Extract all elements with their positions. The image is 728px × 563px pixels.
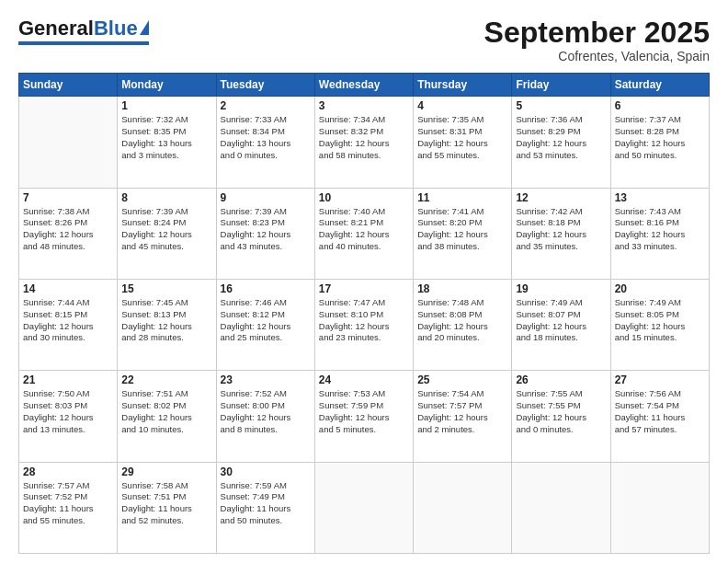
logo-general: General xyxy=(18,17,94,40)
cell-info-text: Sunrise: 7:37 AM Sunset: 8:28 PM Dayligh… xyxy=(615,114,705,161)
calendar-cell: 6Sunrise: 7:37 AM Sunset: 8:28 PM Daylig… xyxy=(610,97,709,188)
weekday-header-wednesday: Wednesday xyxy=(314,74,413,97)
cell-info-text: Sunrise: 7:38 AM Sunset: 8:26 PM Dayligh… xyxy=(23,206,113,253)
calendar-cell: 25Sunrise: 7:54 AM Sunset: 7:57 PM Dayli… xyxy=(414,371,512,462)
calendar-cell: 3Sunrise: 7:34 AM Sunset: 8:32 PM Daylig… xyxy=(314,97,413,188)
calendar-cell: 16Sunrise: 7:46 AM Sunset: 8:12 PM Dayli… xyxy=(216,279,314,370)
calendar-cell: 24Sunrise: 7:53 AM Sunset: 7:59 PM Dayli… xyxy=(314,371,413,462)
calendar-cell xyxy=(610,462,709,553)
calendar-cell: 18Sunrise: 7:48 AM Sunset: 8:08 PM Dayli… xyxy=(414,279,512,370)
cell-date-number: 13 xyxy=(615,191,705,204)
cell-date-number: 2 xyxy=(221,99,311,112)
cell-date-number: 27 xyxy=(615,373,705,386)
calendar-subtitle: Cofrentes, Valencia, Spain xyxy=(484,49,710,63)
cell-info-text: Sunrise: 7:55 AM Sunset: 7:55 PM Dayligh… xyxy=(516,388,606,435)
calendar-week-row: 28Sunrise: 7:57 AM Sunset: 7:52 PM Dayli… xyxy=(19,462,710,553)
cell-info-text: Sunrise: 7:33 AM Sunset: 8:34 PM Dayligh… xyxy=(221,114,311,161)
weekday-header-saturday: Saturday xyxy=(610,74,709,97)
cell-info-text: Sunrise: 7:56 AM Sunset: 7:54 PM Dayligh… xyxy=(615,388,705,435)
cell-date-number: 14 xyxy=(23,282,113,295)
cell-info-text: Sunrise: 7:48 AM Sunset: 8:08 PM Dayligh… xyxy=(417,297,507,344)
calendar-cell: 2Sunrise: 7:33 AM Sunset: 8:34 PM Daylig… xyxy=(216,97,314,188)
cell-info-text: Sunrise: 7:54 AM Sunset: 7:57 PM Dayligh… xyxy=(417,388,507,435)
cell-info-text: Sunrise: 7:42 AM Sunset: 8:18 PM Dayligh… xyxy=(516,206,606,253)
calendar-cell: 30Sunrise: 7:59 AM Sunset: 7:49 PM Dayli… xyxy=(216,462,314,553)
cell-date-number: 9 xyxy=(221,191,311,204)
calendar-cell: 13Sunrise: 7:43 AM Sunset: 8:16 PM Dayli… xyxy=(610,188,709,279)
cell-date-number: 28 xyxy=(23,465,113,478)
cell-date-number: 26 xyxy=(516,373,606,386)
cell-date-number: 6 xyxy=(615,99,705,112)
calendar-cell: 29Sunrise: 7:58 AM Sunset: 7:51 PM Dayli… xyxy=(118,462,216,553)
calendar-cell: 22Sunrise: 7:51 AM Sunset: 8:02 PM Dayli… xyxy=(118,371,216,462)
calendar-cell: 23Sunrise: 7:52 AM Sunset: 8:00 PM Dayli… xyxy=(216,371,314,462)
header: GeneralBlue September 2025 Cofrentes, Va… xyxy=(18,17,710,63)
calendar-cell: 15Sunrise: 7:45 AM Sunset: 8:13 PM Dayli… xyxy=(118,279,216,370)
calendar-cell: 19Sunrise: 7:49 AM Sunset: 8:07 PM Dayli… xyxy=(512,279,610,370)
calendar-week-row: 7Sunrise: 7:38 AM Sunset: 8:26 PM Daylig… xyxy=(19,188,710,279)
cell-date-number: 18 xyxy=(417,282,507,295)
cell-info-text: Sunrise: 7:41 AM Sunset: 8:20 PM Dayligh… xyxy=(417,206,507,253)
cell-date-number: 29 xyxy=(121,465,211,478)
weekday-header-monday: Monday xyxy=(118,74,216,97)
cell-info-text: Sunrise: 7:46 AM Sunset: 8:12 PM Dayligh… xyxy=(221,297,311,344)
calendar-cell: 14Sunrise: 7:44 AM Sunset: 8:15 PM Dayli… xyxy=(19,279,118,370)
cell-info-text: Sunrise: 7:39 AM Sunset: 8:23 PM Dayligh… xyxy=(221,206,311,253)
cell-info-text: Sunrise: 7:44 AM Sunset: 8:15 PM Dayligh… xyxy=(23,297,113,344)
calendar-week-row: 14Sunrise: 7:44 AM Sunset: 8:15 PM Dayli… xyxy=(19,279,710,370)
cell-info-text: Sunrise: 7:49 AM Sunset: 8:05 PM Dayligh… xyxy=(615,297,705,344)
cell-date-number: 12 xyxy=(516,191,606,204)
cell-date-number: 1 xyxy=(121,99,211,112)
cell-info-text: Sunrise: 7:43 AM Sunset: 8:16 PM Dayligh… xyxy=(615,206,705,253)
calendar-cell: 27Sunrise: 7:56 AM Sunset: 7:54 PM Dayli… xyxy=(610,371,709,462)
cell-info-text: Sunrise: 7:34 AM Sunset: 8:32 PM Dayligh… xyxy=(319,114,409,161)
title-block: September 2025 Cofrentes, Valencia, Spai… xyxy=(484,17,710,63)
cell-date-number: 17 xyxy=(319,282,409,295)
cell-info-text: Sunrise: 7:39 AM Sunset: 8:24 PM Dayligh… xyxy=(121,206,211,253)
cell-date-number: 19 xyxy=(516,282,606,295)
calendar-title: September 2025 xyxy=(484,17,710,49)
cell-date-number: 23 xyxy=(221,373,311,386)
cell-info-text: Sunrise: 7:36 AM Sunset: 8:29 PM Dayligh… xyxy=(516,114,606,161)
calendar-cell: 10Sunrise: 7:40 AM Sunset: 8:21 PM Dayli… xyxy=(314,188,413,279)
cell-info-text: Sunrise: 7:35 AM Sunset: 8:31 PM Dayligh… xyxy=(417,114,507,161)
logo-triangle-icon xyxy=(140,20,149,35)
cell-date-number: 16 xyxy=(221,282,311,295)
cell-date-number: 25 xyxy=(417,373,507,386)
cell-info-text: Sunrise: 7:32 AM Sunset: 8:35 PM Dayligh… xyxy=(121,114,211,161)
calendar-cell: 7Sunrise: 7:38 AM Sunset: 8:26 PM Daylig… xyxy=(19,188,118,279)
cell-info-text: Sunrise: 7:59 AM Sunset: 7:49 PM Dayligh… xyxy=(221,480,311,527)
cell-date-number: 24 xyxy=(319,373,409,386)
calendar-cell: 4Sunrise: 7:35 AM Sunset: 8:31 PM Daylig… xyxy=(414,97,512,188)
calendar-cell: 17Sunrise: 7:47 AM Sunset: 8:10 PM Dayli… xyxy=(314,279,413,370)
calendar-cell: 26Sunrise: 7:55 AM Sunset: 7:55 PM Dayli… xyxy=(512,371,610,462)
cell-info-text: Sunrise: 7:40 AM Sunset: 8:21 PM Dayligh… xyxy=(319,206,409,253)
cell-info-text: Sunrise: 7:47 AM Sunset: 8:10 PM Dayligh… xyxy=(319,297,409,344)
calendar-cell: 5Sunrise: 7:36 AM Sunset: 8:29 PM Daylig… xyxy=(512,97,610,188)
cell-date-number: 21 xyxy=(23,373,113,386)
cell-date-number: 3 xyxy=(319,99,409,112)
cell-date-number: 30 xyxy=(221,465,311,478)
calendar-cell: 21Sunrise: 7:50 AM Sunset: 8:03 PM Dayli… xyxy=(19,371,118,462)
calendar-cell: 20Sunrise: 7:49 AM Sunset: 8:05 PM Dayli… xyxy=(610,279,709,370)
calendar-week-row: 1Sunrise: 7:32 AM Sunset: 8:35 PM Daylig… xyxy=(19,97,710,188)
calendar-cell: 9Sunrise: 7:39 AM Sunset: 8:23 PM Daylig… xyxy=(216,188,314,279)
calendar-week-row: 21Sunrise: 7:50 AM Sunset: 8:03 PM Dayli… xyxy=(19,371,710,462)
cell-info-text: Sunrise: 7:52 AM Sunset: 8:00 PM Dayligh… xyxy=(221,388,311,435)
calendar-cell: 28Sunrise: 7:57 AM Sunset: 7:52 PM Dayli… xyxy=(19,462,118,553)
logo-text: GeneralBlue xyxy=(18,17,138,40)
cell-date-number: 10 xyxy=(319,191,409,204)
weekday-header-sunday: Sunday xyxy=(19,74,118,97)
weekday-header-thursday: Thursday xyxy=(414,74,512,97)
calendar-cell xyxy=(314,462,413,553)
cell-date-number: 22 xyxy=(121,373,211,386)
cell-info-text: Sunrise: 7:57 AM Sunset: 7:52 PM Dayligh… xyxy=(23,480,113,527)
calendar-cell: 11Sunrise: 7:41 AM Sunset: 8:20 PM Dayli… xyxy=(414,188,512,279)
weekday-header-row: SundayMondayTuesdayWednesdayThursdayFrid… xyxy=(19,74,710,97)
cell-date-number: 20 xyxy=(615,282,705,295)
cell-date-number: 4 xyxy=(417,99,507,112)
cell-info-text: Sunrise: 7:53 AM Sunset: 7:59 PM Dayligh… xyxy=(319,388,409,435)
page: GeneralBlue September 2025 Cofrentes, Va… xyxy=(0,0,728,563)
cell-info-text: Sunrise: 7:50 AM Sunset: 8:03 PM Dayligh… xyxy=(23,388,113,435)
cell-date-number: 5 xyxy=(516,99,606,112)
